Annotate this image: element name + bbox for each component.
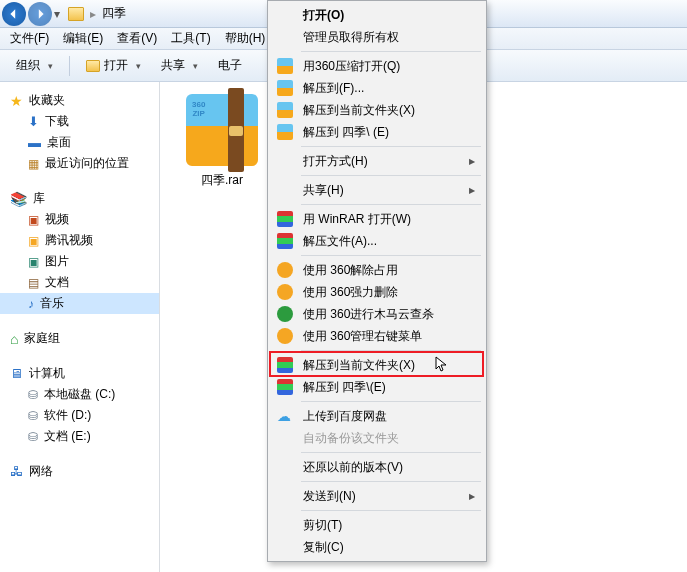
ctx-item[interactable]: 使用 360管理右键菜单 — [271, 325, 483, 347]
organize-button[interactable]: 组织 — [8, 54, 61, 77]
breadcrumb[interactable]: ▸ 四季 — [68, 5, 126, 22]
network-icon: 🖧 — [10, 464, 23, 479]
folder-icon — [86, 60, 100, 72]
nav-forward-button[interactable] — [28, 2, 52, 26]
ctx-item[interactable]: 解压到 四季\(E) — [271, 376, 483, 398]
ctx-separator — [301, 350, 481, 351]
sidebar-item-tencent[interactable]: ▣腾讯视频 — [0, 230, 159, 251]
sidebar: ★收藏夹 ⬇下载 ▬桌面 ▦最近访问的位置 📚库 ▣视频 ▣腾讯视频 ▣图片 ▤… — [0, 82, 160, 572]
ctx-item[interactable]: 解压到(F)... — [271, 77, 483, 99]
360-icon — [277, 262, 293, 278]
computer-icon: 🖥 — [10, 366, 23, 381]
cloud-icon: ☁ — [277, 408, 293, 424]
sidebar-item-drive-e[interactable]: ⛁文档 (E:) — [0, 426, 159, 447]
nav-back-button[interactable] — [2, 2, 26, 26]
video-icon: ▣ — [28, 213, 39, 227]
cursor-icon — [435, 356, 449, 377]
recent-icon: ▦ — [28, 157, 39, 171]
sidebar-item-videos[interactable]: ▣视频 — [0, 209, 159, 230]
sidebar-homegroup: ⌂家庭组 — [0, 328, 159, 349]
menu-edit[interactable]: 编辑(E) — [57, 28, 109, 49]
ctx-item[interactable]: 使用 360解除占用 — [271, 259, 483, 281]
file-name: 四季.rar — [172, 172, 272, 189]
drive-icon: ⛁ — [28, 409, 38, 423]
nav-dropdown-icon[interactable]: ▾ — [54, 7, 60, 21]
sidebar-network-header[interactable]: 🖧网络 — [0, 461, 159, 482]
zip-icon — [277, 102, 293, 118]
ctx-separator — [301, 510, 481, 511]
sidebar-item-drive-c[interactable]: ⛁本地磁盘 (C:) — [0, 384, 159, 405]
ctx-item[interactable]: 剪切(T) — [271, 514, 483, 536]
rar-icon — [277, 233, 293, 249]
zip-icon — [277, 80, 293, 96]
sidebar-network: 🖧网络 — [0, 461, 159, 482]
ctx-item[interactable]: 打开(O) — [271, 4, 483, 26]
email-button[interactable]: 电子 — [210, 54, 250, 77]
zip-icon — [277, 124, 293, 140]
drive-icon: ⛁ — [28, 388, 38, 402]
ctx-item[interactable]: 复制(C) — [271, 536, 483, 558]
ctx-separator — [301, 175, 481, 176]
sidebar-computer-header[interactable]: 🖥计算机 — [0, 363, 159, 384]
homegroup-icon: ⌂ — [10, 331, 18, 347]
ctx-item[interactable]: 用 WinRAR 打开(W) — [271, 208, 483, 230]
ctx-item[interactable]: 用360压缩打开(Q) — [271, 55, 483, 77]
menu-file[interactable]: 文件(F) — [4, 28, 55, 49]
ctx-item[interactable]: 管理员取得所有权 — [271, 26, 483, 48]
breadcrumb-location[interactable]: 四季 — [102, 5, 126, 22]
menu-help[interactable]: 帮助(H) — [219, 28, 272, 49]
sidebar-favorites: ★收藏夹 ⬇下载 ▬桌面 ▦最近访问的位置 — [0, 90, 159, 174]
ctx-separator — [301, 255, 481, 256]
rar-icon — [277, 357, 293, 373]
desktop-icon: ▬ — [28, 135, 41, 150]
ctx-item: 自动备份该文件夹 — [271, 427, 483, 449]
ctx-item[interactable]: 发送到(N) — [271, 485, 483, 507]
share-button[interactable]: 共享 — [153, 54, 206, 77]
rar-icon — [277, 211, 293, 227]
ctx-item[interactable]: 上传到百度网盘☁ — [271, 405, 483, 427]
ctx-item[interactable]: 解压到当前文件夹(X) — [271, 354, 483, 376]
sidebar-item-pictures[interactable]: ▣图片 — [0, 251, 159, 272]
sidebar-item-drive-d[interactable]: ⛁软件 (D:) — [0, 405, 159, 426]
documents-icon: ▤ — [28, 276, 39, 290]
sidebar-libraries-header[interactable]: 📚库 — [0, 188, 159, 209]
folder-icon — [68, 7, 84, 21]
ctx-separator — [301, 401, 481, 402]
ctx-item[interactable]: 解压到 四季\ (E) — [271, 121, 483, 143]
ctx-item[interactable]: 还原以前的版本(V) — [271, 456, 483, 478]
tencent-icon: ▣ — [28, 234, 39, 248]
ctx-item[interactable]: 打开方式(H) — [271, 150, 483, 172]
ctx-separator — [301, 146, 481, 147]
sidebar-item-documents[interactable]: ▤文档 — [0, 272, 159, 293]
ctx-item[interactable]: 共享(H) — [271, 179, 483, 201]
drive-icon: ⛁ — [28, 430, 38, 444]
sidebar-favorites-header[interactable]: ★收藏夹 — [0, 90, 159, 111]
ctx-item[interactable]: 使用 360强力删除 — [271, 281, 483, 303]
file-item[interactable]: 四季.rar — [172, 94, 272, 189]
ctx-item[interactable]: 解压文件(A)... — [271, 230, 483, 252]
pictures-icon: ▣ — [28, 255, 39, 269]
download-icon: ⬇ — [28, 114, 39, 129]
menu-view[interactable]: 查看(V) — [111, 28, 163, 49]
rar-icon — [277, 379, 293, 395]
ctx-separator — [301, 204, 481, 205]
sidebar-item-desktop[interactable]: ▬桌面 — [0, 132, 159, 153]
ctx-separator — [301, 452, 481, 453]
ctx-separator — [301, 51, 481, 52]
zip-icon — [277, 58, 293, 74]
ctx-item[interactable]: 解压到当前文件夹(X) — [271, 99, 483, 121]
context-menu: 打开(O)管理员取得所有权用360压缩打开(Q)解压到(F)...解压到当前文件… — [267, 0, 487, 562]
360-icon — [277, 328, 293, 344]
sidebar-libraries: 📚库 ▣视频 ▣腾讯视频 ▣图片 ▤文档 ♪音乐 — [0, 188, 159, 314]
menu-tools[interactable]: 工具(T) — [165, 28, 216, 49]
breadcrumb-sep-icon: ▸ — [90, 7, 96, 21]
open-button[interactable]: 打开 — [78, 54, 149, 77]
ctx-item[interactable]: 使用 360进行木马云查杀 — [271, 303, 483, 325]
sidebar-item-recent[interactable]: ▦最近访问的位置 — [0, 153, 159, 174]
sidebar-computer: 🖥计算机 ⛁本地磁盘 (C:) ⛁软件 (D:) ⛁文档 (E:) — [0, 363, 159, 447]
360g-icon — [277, 306, 293, 322]
sidebar-item-downloads[interactable]: ⬇下载 — [0, 111, 159, 132]
sidebar-homegroup-header[interactable]: ⌂家庭组 — [0, 328, 159, 349]
archive-icon — [186, 94, 258, 166]
sidebar-item-music[interactable]: ♪音乐 — [0, 293, 159, 314]
